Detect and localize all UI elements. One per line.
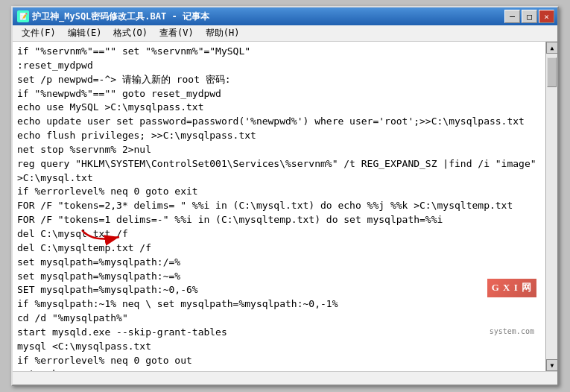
- code-line: set /p newpwd=-^> 请输入新的 root 密码:: [17, 73, 541, 87]
- code-line: set mysqlpath=%mysqlpath:~=%: [17, 270, 541, 284]
- code-line: set mysqlpath=%mysqlpath:/=%: [17, 256, 541, 270]
- scroll-thumb[interactable]: [547, 57, 557, 87]
- app-icon: 📝: [17, 10, 29, 22]
- code-line: del C:\mysqltemp.txt /f: [17, 241, 541, 256]
- menu-bar: 文件(F) 编辑(E) 格式(O) 查看(V) 帮助(H): [13, 25, 557, 42]
- code-line: reg query "HKLM\SYSTEM\ControlSet001\Ser…: [17, 157, 541, 171]
- close-button[interactable]: ✕: [539, 10, 554, 23]
- code-line: :reset_mydpwd: [17, 59, 541, 73]
- code-line: if "%servnm%"=="" set "%servnm%"="MySQL": [17, 45, 541, 59]
- menu-edit[interactable]: 编辑(E): [62, 27, 108, 39]
- title-bar: 📝 护卫神_MySQL密码修改工具.BAT - 记事本 ─ □ ✕: [13, 7, 557, 25]
- code-line: cd /d "%mysqlpath%": [17, 312, 541, 326]
- content-area: if "%servnm%"=="" set "%servnm%"="MySQL"…: [13, 42, 557, 371]
- code-line: if "%newpwd%"=="" goto reset_mydpwd: [17, 87, 541, 101]
- scroll-up-button[interactable]: ▲: [546, 42, 557, 54]
- menu-view[interactable]: 查看(V): [153, 27, 200, 39]
- title-controls: ─ □ ✕: [504, 10, 554, 23]
- code-line: FOR /F "tokens=1 delims=-" %%i in (C:\my…: [17, 213, 541, 227]
- menu-help[interactable]: 帮助(H): [200, 27, 246, 39]
- minimize-button[interactable]: ─: [504, 10, 520, 23]
- vertical-scrollbar[interactable]: ▲ ▼: [545, 42, 557, 371]
- code-line: FOR /F "tokens=2,3* delims= " %%i in (C:…: [17, 199, 541, 213]
- code-line: mysql <C:\mysqlpass.txt: [17, 340, 541, 354]
- code-line: SET mysqlpath=%mysqlpath:~0,-6%: [17, 283, 541, 297]
- menu-file[interactable]: 文件(F): [16, 27, 62, 39]
- text-editor[interactable]: if "%servnm%"=="" set "%servnm%"="MySQL"…: [13, 42, 545, 371]
- code-line: del C:\mysql.txt /f: [17, 227, 541, 241]
- code-line: echo flush privileges; >>C:\mysqlpass.tx…: [17, 129, 541, 143]
- code-line: net stop %servnm% 2>nul: [17, 143, 541, 157]
- scroll-down-button[interactable]: ▼: [546, 359, 557, 371]
- code-line: if %errorlevel% neq 0 goto out: [17, 354, 541, 368]
- menu-format[interactable]: 格式(O): [107, 27, 153, 39]
- code-line: goto ok: [17, 367, 541, 371]
- status-bar: [13, 371, 557, 385]
- watermark: G X I 网 system.com: [487, 251, 536, 365]
- scroll-track[interactable]: [546, 54, 557, 359]
- code-line: if %mysqlpath:~1% neq \ set mysqlpath=%m…: [17, 297, 541, 312]
- code-line: echo use MySQL >C:\mysqlpass.txt: [17, 101, 541, 115]
- code-line: start mysqld.exe --skip-grant-tables: [17, 326, 541, 340]
- code-line: >C:\mysql.txt: [17, 171, 541, 186]
- code-line: echo update user set password=password('…: [17, 115, 541, 129]
- window-title: 护卫神_MySQL密码修改工具.BAT - 记事本: [32, 10, 209, 23]
- code-line: if %errorlevel% neq 0 goto exit: [17, 185, 541, 199]
- main-window: 📝 护卫神_MySQL密码修改工具.BAT - 记事本 ─ □ ✕ 文件(F) …: [11, 6, 559, 386]
- maximize-button[interactable]: □: [522, 10, 537, 23]
- title-bar-left: 📝 护卫神_MySQL密码修改工具.BAT - 记事本: [17, 10, 209, 23]
